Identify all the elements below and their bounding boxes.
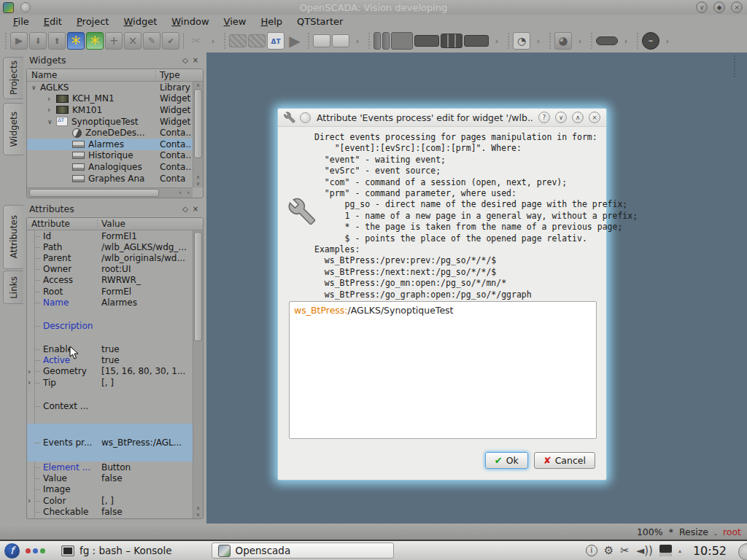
tree-row[interactable]: ZoneDeDes... Conta.. (27, 127, 193, 139)
attribute-row[interactable]: › Access RWRWR_ (27, 275, 193, 286)
toolbar-item[interactable] (596, 36, 618, 45)
attribute-row[interactable]: › Active true (27, 355, 193, 366)
toolbar-item[interactable] (48, 32, 66, 50)
toolbar-item[interactable] (414, 35, 439, 47)
attribute-row[interactable]: › Checkable false (27, 506, 193, 517)
toolbar-item[interactable] (589, 33, 594, 49)
dialog-titlebar[interactable]: Attribute 'Events process' edit for widg… (278, 109, 606, 127)
toolbar-item[interactable]: › (353, 36, 362, 46)
toolbar-item[interactable] (162, 32, 179, 50)
close-button[interactable]: × (731, 1, 743, 13)
tree-column-header[interactable]: Name Type (27, 69, 203, 82)
toolbar-item[interactable] (374, 32, 381, 50)
toolbar-item[interactable] (29, 32, 47, 50)
toolbar-item[interactable] (183, 33, 184, 49)
toolbar-item[interactable] (391, 32, 413, 50)
attribute-row[interactable]: › Context ... (27, 400, 193, 411)
attribute-row[interactable]: › Description (27, 320, 193, 331)
menu-item[interactable]: Help (253, 15, 290, 29)
attributes-dock-header[interactable]: Attributes ◇ × (25, 201, 205, 216)
attribute-row[interactable]: › Parent /wlb_originals/wd... (27, 252, 193, 263)
attribute-row[interactable]: › Owner root:UI (27, 264, 193, 275)
tab-projects[interactable]: Projects (3, 57, 23, 99)
toolbar-item[interactable]: › (492, 36, 501, 46)
attribute-row[interactable]: › Value false (27, 473, 193, 484)
expander-icon[interactable] (47, 94, 56, 104)
toolbar-item[interactable] (267, 32, 285, 50)
pager-dot-red[interactable] (26, 548, 31, 553)
menu-item[interactable]: Project (69, 15, 117, 29)
toolbar-item[interactable] (105, 32, 123, 50)
float-icon[interactable]: ◇ (180, 205, 190, 213)
tree-row[interactable]: KCH_MN1 Widget (27, 93, 193, 105)
menu-item[interactable]: Window (164, 15, 216, 29)
menu-item[interactable]: File (6, 15, 36, 29)
attribute-row[interactable]: › Image (27, 484, 193, 495)
tree-row[interactable]: Alarmes Conta.. (27, 139, 193, 150)
toolbar-item[interactable] (229, 34, 247, 47)
toolbar-item[interactable] (86, 32, 104, 50)
toolbar-item[interactable] (635, 33, 640, 49)
toolbar-item[interactable] (547, 33, 552, 49)
attribute-row[interactable]: › Tip [, ] (27, 377, 193, 388)
toolbar-item[interactable] (382, 32, 390, 50)
ok-button[interactable]: ✔ Ok (485, 452, 528, 469)
expander-icon[interactable] (47, 105, 56, 114)
toolbar-item[interactable] (67, 32, 85, 50)
volume-icon[interactable]: ◄)) (636, 544, 653, 557)
pager-dot-blue[interactable] (33, 548, 38, 553)
toolbar-item[interactable] (248, 34, 266, 47)
close-icon[interactable]: × (589, 112, 600, 123)
cancel-button[interactable]: ✘ Cancel (534, 452, 595, 469)
toolbar-item[interactable] (506, 33, 511, 49)
tree-row[interactable]: Analogiques Conta.. (27, 161, 193, 173)
toolbar-item[interactable]: › (209, 36, 217, 46)
widgets-dock-header[interactable]: Widgets ◇ × (25, 52, 205, 67)
tree-vertical-scrollbar[interactable]: ∧ ∧ ∨ (193, 82, 203, 187)
taskbar-item-openscada[interactable]: Openscada (212, 542, 394, 559)
events-text-editor[interactable]: ws_BtPress:/AGLKS/SynoptiqueTest (289, 301, 597, 439)
info-icon[interactable]: i (586, 545, 597, 556)
attribute-row[interactable]: › Events pr... ws_BtPress:/AGL... (27, 424, 193, 462)
expander-icon[interactable] (47, 118, 56, 125)
attribute-row[interactable]: › Id FormEl1 (27, 230, 193, 241)
toolbar-item[interactable] (313, 34, 330, 47)
window-titlebar[interactable]: OpenSCADA: Vision developing ∨ ◆ × (0, 0, 747, 15)
column-type[interactable]: Type (160, 70, 180, 80)
toolbar-item[interactable] (10, 32, 28, 50)
toolbar-item[interactable] (642, 32, 659, 50)
toolbar-item[interactable] (306, 33, 311, 49)
close-icon[interactable]: × (190, 56, 201, 64)
toolbar-item[interactable]: › (534, 36, 543, 46)
menu-item[interactable]: Widget (116, 15, 164, 29)
column-value[interactable]: Value (101, 219, 125, 229)
tree-row[interactable]: Historique Conta.. (27, 150, 193, 162)
column-attribute[interactable]: Attribute (31, 219, 70, 229)
expand-icon[interactable]: › (28, 367, 35, 376)
gear-icon[interactable]: ⚙ (604, 544, 614, 557)
attribute-row[interactable]: › (27, 388, 193, 400)
toolbar-item[interactable] (124, 32, 142, 50)
tree-row[interactable]: Graphes Ana Conta (27, 173, 193, 184)
toolbar-item[interactable] (332, 34, 349, 47)
toolbar-item[interactable] (441, 34, 462, 48)
maximize-button[interactable]: ◆ (713, 1, 725, 13)
shade-button[interactable]: ∨ (696, 1, 708, 13)
tab-attributes[interactable]: Attributes (3, 205, 23, 269)
toolbar-item[interactable] (222, 33, 227, 49)
attribute-row[interactable]: › (27, 332, 193, 344)
float-icon[interactable]: ◇ (180, 56, 190, 64)
help-icon[interactable]: ? (538, 112, 550, 123)
tree-row[interactable]: SynoptiqueTest Widget (27, 116, 193, 128)
clock[interactable]: 10:52 (693, 544, 727, 558)
menu-item[interactable]: Edit (36, 15, 69, 29)
attribute-row[interactable]: › Element ... Button (27, 462, 193, 472)
menu-item[interactable]: View (217, 15, 254, 29)
toolbar-item[interactable] (513, 32, 530, 50)
tab-links[interactable]: Links (3, 271, 23, 304)
tab-widgets[interactable]: Widgets (3, 103, 23, 155)
tree-row[interactable]: AGLKS Library (27, 82, 193, 93)
scissors-icon[interactable]: ✂ (620, 544, 630, 557)
dialog-menu-icon[interactable] (300, 112, 311, 123)
attribute-row[interactable]: › (27, 411, 193, 424)
